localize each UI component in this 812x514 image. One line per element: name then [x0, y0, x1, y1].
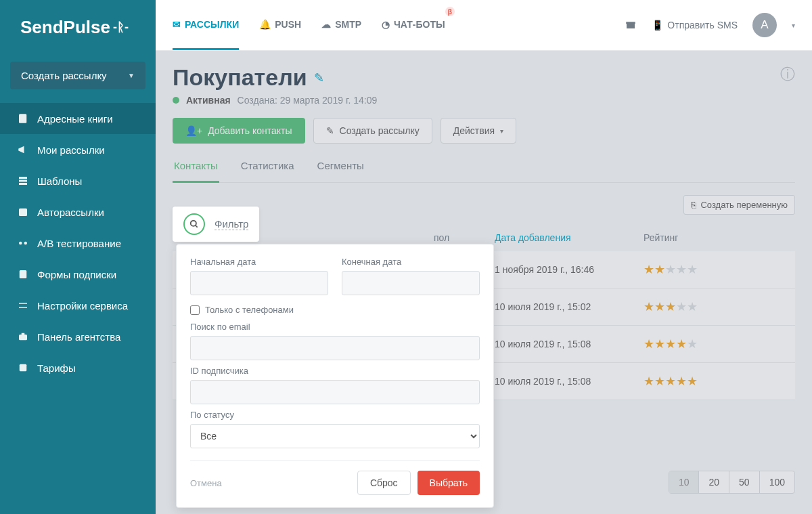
edit-icon[interactable]: ✎: [314, 70, 324, 85]
filter-cancel-link[interactable]: Отмена: [190, 478, 222, 488]
status-label: По статусу: [190, 410, 480, 420]
sidebar-item-address-books[interactable]: Адресные книги: [0, 103, 156, 134]
svg-rect-8: [19, 303, 27, 304]
subscriber-id-input[interactable]: [190, 380, 480, 404]
sidebar-item-campaigns[interactable]: Мои рассылки: [0, 134, 156, 165]
calendar-icon: [17, 206, 29, 218]
svg-rect-10: [19, 335, 27, 340]
form-icon: [17, 268, 29, 280]
actions-dropdown[interactable]: Действия▾: [441, 118, 516, 144]
megaphone-icon: [17, 144, 29, 156]
filter-toggle[interactable]: Фильтр: [215, 218, 248, 230]
star-icon: ★: [687, 374, 698, 388]
svg-rect-4: [19, 209, 27, 216]
create-campaign-action-button[interactable]: ✎Создать рассылку: [313, 118, 432, 144]
topnav-chatbots[interactable]: ◔ЧАТ-БОТЫ β: [382, 0, 445, 50]
page-size-50[interactable]: 50: [729, 471, 760, 493]
svg-rect-3: [19, 183, 27, 185]
tab-stats[interactable]: Статистика: [240, 160, 296, 183]
page-size-20[interactable]: 20: [699, 471, 729, 493]
send-sms-button[interactable]: 📱Отправить SMS: [652, 20, 738, 30]
variable-icon: ⎘: [691, 200, 696, 210]
svg-point-5: [19, 242, 22, 245]
sidebar-item-ab-testing[interactable]: A/B тестирование: [0, 228, 156, 259]
cell-rating: ★★★★★: [644, 337, 784, 351]
status-select[interactable]: Все: [190, 424, 480, 448]
sidebar-item-pricing[interactable]: Тарифы: [0, 352, 156, 383]
search-email-label: Поиск по email: [190, 322, 480, 332]
sidebar-item-autoresponders[interactable]: Авторассылки: [0, 196, 156, 228]
search-filter-box: Фильтр: [173, 207, 259, 242]
star-icon: ★: [665, 374, 676, 388]
created-text: Создана: 29 марта 2019 г. 14:09: [238, 95, 378, 106]
topnav-smtp[interactable]: ☁SMTP: [321, 0, 361, 50]
star-icon: ★: [644, 300, 654, 314]
tab-segments[interactable]: Сегменты: [316, 160, 365, 183]
star-icon: ★: [665, 263, 676, 276]
phones-only-label: Только с телефонами: [205, 305, 294, 315]
star-icon: ★: [676, 337, 687, 351]
search-button[interactable]: [183, 213, 205, 235]
start-date-input[interactable]: [190, 271, 328, 295]
svg-line-16: [196, 226, 198, 228]
star-icon: ★: [654, 337, 665, 351]
chevron-down-icon[interactable]: ▾: [792, 22, 795, 29]
end-date-input[interactable]: [342, 271, 480, 295]
bell-icon: 🔔: [259, 19, 271, 30]
star-icon: ★: [676, 263, 687, 276]
svg-point-6: [24, 242, 28, 245]
tab-contacts[interactable]: Контакты: [173, 160, 219, 183]
add-user-icon: 👤+: [185, 125, 202, 136]
star-icon: ★: [654, 263, 665, 276]
filter-select-button[interactable]: Выбрать: [418, 471, 480, 495]
svg-rect-11: [22, 333, 25, 335]
star-icon: ★: [676, 374, 687, 388]
topnav-campaigns[interactable]: ✉РАССЫЛКИ: [173, 0, 239, 50]
svg-rect-7: [20, 270, 27, 278]
page-title: Покупатели: [173, 64, 307, 91]
svg-rect-12: [20, 364, 27, 372]
star-icon: ★: [644, 263, 654, 276]
status-label: Активная: [186, 95, 231, 106]
gift-icon[interactable]: [625, 18, 637, 33]
brand-logo[interactable]: SendPulse-ᚱ-: [0, 0, 156, 55]
avatar[interactable]: A: [752, 13, 777, 37]
sidebar-item-settings[interactable]: Настройки сервиса: [0, 290, 156, 321]
create-variable-button[interactable]: ⎘Создать переменную: [683, 195, 795, 215]
svg-rect-0: [19, 114, 26, 123]
cell-date: 10 июля 2019 г., 15:08: [495, 339, 644, 349]
compose-icon: ✎: [326, 125, 334, 136]
svg-point-15: [191, 221, 196, 226]
cell-date: 1 ноября 2019 г., 16:46: [495, 264, 644, 275]
info-icon[interactable]: ⓘ: [780, 64, 795, 85]
star-icon: ★: [676, 300, 687, 314]
phones-only-checkbox[interactable]: [190, 305, 200, 315]
sidebar-item-templates[interactable]: Шаблоны: [0, 165, 156, 196]
add-contacts-button[interactable]: 👤+Добавить контакты: [173, 118, 305, 144]
pricing-icon: [17, 362, 29, 374]
beta-badge: β: [445, 7, 455, 16]
sidebar-item-forms[interactable]: Формы подписки: [0, 259, 156, 290]
sidebar-item-agency[interactable]: Панель агентства: [0, 321, 156, 352]
header-date-sort[interactable]: Дата добавления: [495, 232, 644, 243]
pulse-icon: -ᚱ-: [113, 20, 129, 35]
star-icon: ★: [687, 300, 698, 314]
star-icon: ★: [687, 263, 698, 276]
chevron-down-icon: ▼: [128, 72, 135, 79]
filter-reset-button[interactable]: Сброс: [357, 471, 411, 495]
cell-date: 10 июля 2019 г., 15:02: [495, 301, 644, 312]
phone-icon: 📱: [652, 20, 663, 30]
star-icon: ★: [654, 300, 665, 314]
cell-rating: ★★★★★: [644, 299, 784, 314]
star-icon: ★: [687, 337, 698, 351]
cell-date: 10 июля 2019 г., 15:08: [495, 376, 644, 387]
create-campaign-button[interactable]: Создать рассылку▼: [10, 62, 145, 89]
page-size-10[interactable]: 10: [669, 471, 700, 493]
search-email-input[interactable]: [190, 336, 480, 360]
svg-rect-13: [627, 23, 635, 28]
address-book-icon: [17, 112, 29, 125]
cell-rating: ★★★★★: [644, 374, 784, 389]
page-size-100[interactable]: 100: [760, 471, 794, 493]
topnav-push[interactable]: 🔔PUSH: [259, 0, 301, 50]
status-dot: [173, 97, 179, 104]
